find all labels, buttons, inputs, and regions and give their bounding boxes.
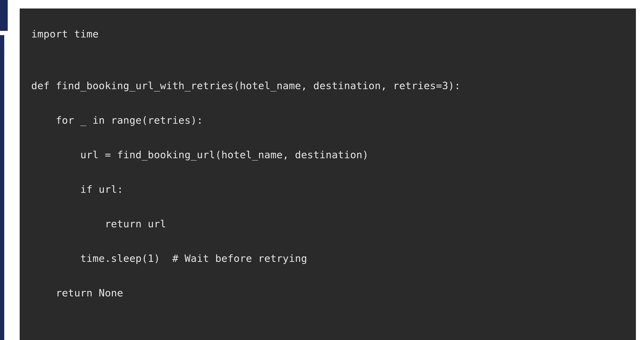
code-content: import time def find_booking_url_with_re… (31, 26, 624, 302)
viewport: import time def find_booking_url_with_re… (0, 0, 644, 340)
left-sidebar-fragment-top (0, 0, 8, 31)
code-block: import time def find_booking_url_with_re… (20, 9, 636, 340)
left-sidebar-fragment-bottom (0, 35, 4, 340)
page-background: import time def find_booking_url_with_re… (8, 0, 644, 340)
